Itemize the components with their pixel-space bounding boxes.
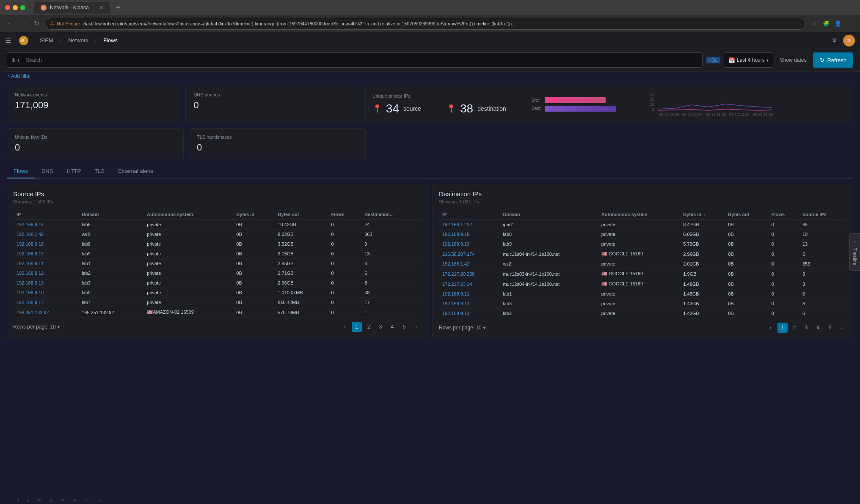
next-page-button[interactable]: › <box>411 322 421 332</box>
col-flows[interactable]: Flows <box>328 209 361 220</box>
tls-handshakes-label: TLS handshakes <box>197 134 358 140</box>
as-cell: private <box>143 239 233 249</box>
menu-icon[interactable]: ⋮ <box>845 19 855 29</box>
ip-link[interactable]: 198.251.132.92 <box>17 310 49 315</box>
prev-page-button[interactable]: ‹ <box>340 322 350 332</box>
dest-page-nav: ‹ 1 2 3 4 5 › <box>766 323 847 333</box>
ip-link[interactable]: 192.168.9.18 <box>17 241 44 247</box>
minimize-button[interactable] <box>13 5 18 10</box>
back-button[interactable]: ← <box>5 18 15 29</box>
refresh-button[interactable]: ↻ Refresh <box>813 52 853 68</box>
col-bytes-out[interactable]: Bytes out ↓ <box>274 209 328 220</box>
ip-link[interactable]: 192.168.9.19 <box>442 241 469 247</box>
nav-network[interactable]: Network <box>65 36 92 45</box>
page-4-button[interactable]: 4 <box>387 322 397 332</box>
ip-cell: 192.168.9.18 <box>13 239 78 249</box>
col-bytes-in[interactable]: Bytes in ↓ <box>680 209 725 220</box>
ip-link[interactable]: 172.217.23.14 <box>442 282 472 287</box>
rows-per-page-selector[interactable]: Rows per page: 10 ▾ <box>13 324 60 330</box>
ip-link[interactable]: 192.168.9.17 <box>17 300 44 305</box>
bytes-in-cell: 6.05GB <box>680 230 725 239</box>
settings-icon[interactable]: ⚙ <box>830 36 840 46</box>
page-1-button[interactable]: 1 <box>352 322 362 332</box>
ip-link[interactable]: 192.168.9.10 <box>17 290 44 295</box>
col-as[interactable]: Autonomous system <box>143 209 233 220</box>
col-ip[interactable]: IP <box>13 209 78 220</box>
ip-link[interactable]: 192.168.9.12 <box>442 311 469 316</box>
kql-badge[interactable]: KQL <box>706 57 720 63</box>
ip-link[interactable]: 192.168.1.42 <box>17 232 44 237</box>
forward-button[interactable]: → <box>19 18 29 29</box>
tab-close-button[interactable]: × <box>100 4 103 11</box>
extensions-icon[interactable]: 🧩 <box>821 19 831 29</box>
dest-cell: 363 <box>361 230 421 239</box>
tab-flows[interactable]: Flows <box>7 164 35 178</box>
new-tab-button[interactable]: + <box>113 3 123 13</box>
time-range-selector[interactable]: 📅 Last 4 hours ▾ <box>724 52 773 68</box>
ip-link[interactable]: 172.217.20.238 <box>442 271 474 277</box>
reload-button[interactable]: ↻ <box>32 18 41 29</box>
tab-http[interactable]: HTTP <box>60 164 88 178</box>
nav-flows[interactable]: Flows <box>100 36 121 45</box>
dest-rows-per-page-selector[interactable]: Rows per page: 10 ▾ <box>439 325 485 331</box>
search-input[interactable] <box>26 57 698 63</box>
bookmark-icon[interactable]: ☆ <box>809 19 819 29</box>
col-as[interactable]: Autonomous system <box>598 209 680 220</box>
dest-prev-page-button[interactable]: ‹ <box>766 323 776 333</box>
ip-link[interactable]: 192.168.9.19 <box>17 251 44 256</box>
col-dest[interactable]: Destination... <box>361 209 421 220</box>
bytes-in-cell: 5.79GB <box>680 239 725 249</box>
dest-page-5-button[interactable]: 5 <box>825 323 835 333</box>
ip-link[interactable]: 192.168.9.13 <box>17 280 44 285</box>
tab-external-alerts[interactable]: External alerts <box>111 164 160 178</box>
page-3-button[interactable]: 3 <box>375 322 386 332</box>
page-5-button[interactable]: 5 <box>399 322 409 332</box>
hamburger-menu[interactable]: ☰ <box>5 36 11 44</box>
tab-tls[interactable]: TLS <box>88 164 111 178</box>
ip-link[interactable]: 216.58.207.174 <box>442 252 474 257</box>
col-domain[interactable]: Domain <box>499 209 598 220</box>
bytes-out-cell: 2.85GB <box>274 259 328 268</box>
col-src-ips[interactable]: Source IPs <box>799 209 847 220</box>
add-filter-button[interactable]: + Add filter <box>7 73 31 79</box>
ip-link[interactable]: 192.168.9.11 <box>17 261 44 266</box>
col-flows[interactable]: Flows <box>768 209 799 220</box>
dest-cell: 17 <box>361 298 421 307</box>
source-ips-subtitle: Showing: 1,595 IPs <box>13 199 421 204</box>
ip-link[interactable]: 192.168.9.11 <box>442 291 469 296</box>
src-ips-cell: 5 <box>799 249 847 259</box>
domain-cell: lab0 <box>78 288 143 298</box>
dest-page-4-button[interactable]: 4 <box>813 323 823 333</box>
ip-link[interactable]: 192.168.1.232 <box>442 222 472 227</box>
col-domain[interactable]: Domain <box>78 209 143 220</box>
table-row: 192.168.1.42 ws2 private 2.01GB 0B 0 356 <box>439 259 847 269</box>
ip-link[interactable]: 192.168.9.12 <box>17 271 44 276</box>
nav-siem[interactable]: SIEM <box>36 36 57 45</box>
col-ip[interactable]: IP <box>439 209 499 220</box>
dest-page-2-button[interactable]: 2 <box>789 323 799 333</box>
ip-link[interactable]: 192.168.9.16 <box>17 222 44 227</box>
tab-dns[interactable]: DNS <box>35 164 60 178</box>
filter-type-dropdown[interactable]: ⊕ ▾ <box>11 57 23 63</box>
ip-link[interactable]: 192.168.1.42 <box>442 261 469 266</box>
dest-page-1-button[interactable]: 1 <box>777 323 788 333</box>
address-bar[interactable]: ⚠ Not Secure elastiflow.irobert.info/app… <box>44 18 806 30</box>
show-dates-button[interactable]: Show dates <box>777 57 810 63</box>
col-bytes-in[interactable]: Bytes in <box>233 209 274 220</box>
timeline-sidebar[interactable]: ‹ Timeline <box>849 233 860 271</box>
breadcrumb: SIEM / Network / Flows <box>36 36 121 45</box>
dest-next-page-button[interactable]: › <box>837 323 847 333</box>
dest-page-3-button[interactable]: 3 <box>801 323 811 333</box>
user-avatar[interactable]: D <box>843 35 855 47</box>
bytes-out-cell: 0B <box>725 269 768 279</box>
bytes-out-cell: 0B <box>725 220 768 230</box>
col-bytes-out[interactable]: Bytes out <box>725 209 768 220</box>
page-2-button[interactable]: 2 <box>364 322 374 332</box>
close-button[interactable] <box>5 5 10 10</box>
ip-link[interactable]: 192.168.9.18 <box>442 232 469 237</box>
browser-tab[interactable]: K Network - Kibana × <box>34 2 110 14</box>
src-ips-cell: 8 <box>799 299 847 309</box>
ip-link[interactable]: 192.168.9.13 <box>442 301 469 306</box>
maximize-button[interactable] <box>20 5 25 10</box>
profile-icon[interactable]: 👤 <box>833 19 843 29</box>
